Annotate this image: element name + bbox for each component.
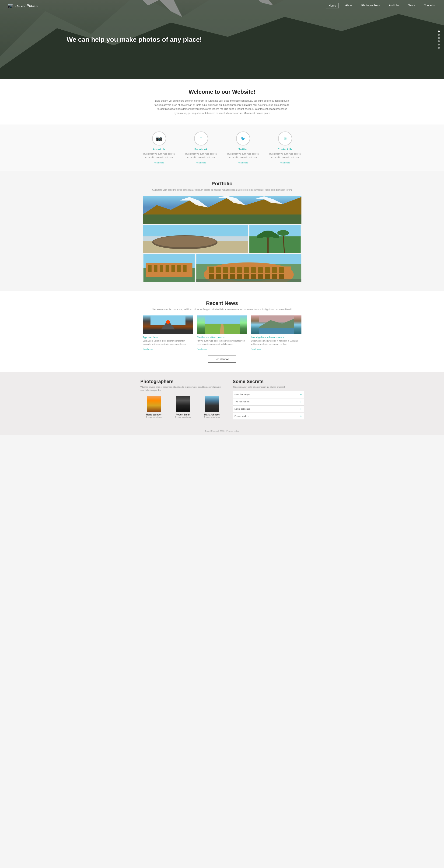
volcano-image [143,315,193,334]
accordion-item-4[interactable]: Eodem modoty + [233,413,304,420]
news-subtitle: Neit esse molestie consequat, vel illum … [5,308,439,311]
hero-dot-1[interactable] [438,31,440,32]
hero-dot-4[interactable] [438,40,440,42]
svg-rect-46 [237,267,242,273]
news-body-3: Cuitem vel eum iriure dolor in hendrerit… [251,339,301,346]
navbar: 📷 Travel Photos Home About Photographers… [0,0,444,11]
portfolio-section: Portfolio Culputate velit esse molestie … [0,172,444,291]
nav-about[interactable]: About [343,3,355,8]
svg-rect-21 [249,237,301,253]
feature-facebook-link[interactable]: Read more [196,161,206,164]
bottom-wrapper: Photographers Vitusilae at vero eros et … [0,372,444,427]
portfolio-img-colosseum[interactable] [196,254,301,282]
welcome-section: Welcome to our Website! Duis autem vel e… [0,79,444,124]
photographer-exp-2: 7 years experience [170,416,197,418]
svg-rect-60 [258,274,263,279]
svg-rect-34 [166,265,169,272]
lake-image [251,315,301,334]
accordion-item-2[interactable]: Typi non haberit + [233,398,304,405]
news-item-1: Typi non habe Duis autem vel eum iriure … [143,315,193,351]
ruin1-image [143,254,195,282]
svg-rect-49 [258,267,263,273]
features-section: 📷 About Us Duis autem vel eum iriure dol… [0,124,444,172]
news-img-lake [251,315,301,334]
svg-rect-32 [154,265,157,272]
svg-rect-45 [230,267,235,273]
news-img-volcano [143,315,193,334]
news-body-1: Duis autem vel eum iriure dolor in hendr… [143,339,193,346]
avatar-mark [205,396,219,412]
footer: Travel Photos© 2013 • Privacy policy [0,427,444,435]
see-all-button[interactable]: See all news [208,355,236,363]
feature-contact-body: Duis autem vel eum iriure dolor in hendr… [266,153,304,159]
nav-home[interactable]: Home [326,3,338,8]
feature-twitter-body: Duis autem vel eum iriure dolor in hendr… [225,153,262,159]
feature-about-link[interactable]: Read more [154,161,164,164]
hero-dot-3[interactable] [438,37,440,39]
svg-rect-44 [223,267,228,273]
contact-icon-circle: ✉ [278,131,292,146]
news-title: Recent News [5,300,439,306]
about-us-icon-circle: 📷 [152,131,166,146]
hero-dot-5[interactable] [438,43,440,45]
photographer-exp-3: 5 years experience [199,416,226,418]
features-grid: 📷 About Us Duis autem vel eum iriure dol… [141,131,304,164]
accordion-plus-4: + [300,414,302,418]
news-title-1: Typi non habe [143,336,193,339]
hero-content: We can help you make photos of any place… [66,35,377,44]
hero-dot-2[interactable] [438,34,440,36]
svg-rect-51 [272,267,277,273]
svg-rect-61 [265,274,270,279]
news-link-3[interactable]: Read more [251,348,262,350]
feature-facebook: f Facebook Duis autem vel eum iriure dol… [182,131,220,164]
nav-links: Home About Photographers Portfolio News … [326,3,437,8]
photographers-subtitle: Vitusilae at vero eros et accumsan et iu… [141,385,226,392]
avatar-marta [147,396,161,412]
hero-dots [438,31,440,49]
hero-dot-6[interactable] [438,47,440,49]
svg-rect-48 [251,267,256,273]
news-link-1[interactable]: Read more [143,348,153,350]
nav-contacts[interactable]: Contacts [421,3,437,8]
accordion-plus-3: + [300,407,302,411]
envelope-icon: ✉ [284,136,287,141]
news-link-2[interactable]: Read more [197,348,207,350]
feature-twitter-link[interactable]: Read more [238,161,248,164]
svg-rect-42 [209,267,214,273]
portfolio-img-mountains[interactable] [143,196,301,224]
accordion-label-3: Mirum est notare [235,408,250,410]
photographer-1: Marta Wonder 5 years experience [141,396,167,418]
nav-news[interactable]: News [406,3,417,8]
accordion-item-1[interactable]: Nam liber tempor + [233,391,304,398]
svg-point-27 [277,230,289,236]
portfolio-img-palms[interactable] [249,225,301,253]
svg-marker-14 [143,215,301,224]
bottom-inner: Photographers Vitusilae at vero eros et … [141,379,304,420]
photographer-exp-1: 5 years experience [141,416,167,418]
nav-portfolio[interactable]: Portfolio [386,3,401,8]
secrets-subtitle: Et accumsan et iusto odio dignissim qui … [233,385,304,389]
svg-rect-33 [159,265,163,272]
footer-text: Travel Photos© 2013 • Privacy policy [3,430,441,432]
portfolio-img-boat[interactable] [143,225,248,253]
news-item-3: Investigationes demonstraver Cuitem vel … [251,315,301,351]
news-title-3: Investigationes demonstraver [251,336,301,339]
feature-about-title: About Us [141,148,178,151]
accordion-item-3[interactable]: Mirum est notare + [233,405,304,412]
accordion-label-1: Nam liber tempor [235,393,250,396]
portfolio-grid [143,196,301,282]
news-title-2: Claritas est etiam proces [197,336,247,339]
feature-contact-link[interactable]: Read more [280,161,290,164]
svg-rect-54 [216,274,221,279]
site-logo[interactable]: 📷 Travel Photos [7,3,38,8]
svg-rect-70 [205,315,240,323]
feature-twitter: 🐦 Twitter Duis autem vel eum iriure dolo… [225,131,262,164]
facebook-icon-circle: f [194,131,208,146]
svg-rect-69 [150,330,185,334]
nav-photographers[interactable]: Photographers [359,3,382,8]
svg-rect-35 [171,265,175,272]
feature-contact: ✉ Contact Us Duis autem vel eum iriure d… [266,131,304,164]
feature-about-us: 📷 About Us Duis autem vel eum iriure dol… [141,131,178,164]
portfolio-img-ruin1[interactable] [143,254,195,282]
svg-rect-62 [272,274,277,279]
